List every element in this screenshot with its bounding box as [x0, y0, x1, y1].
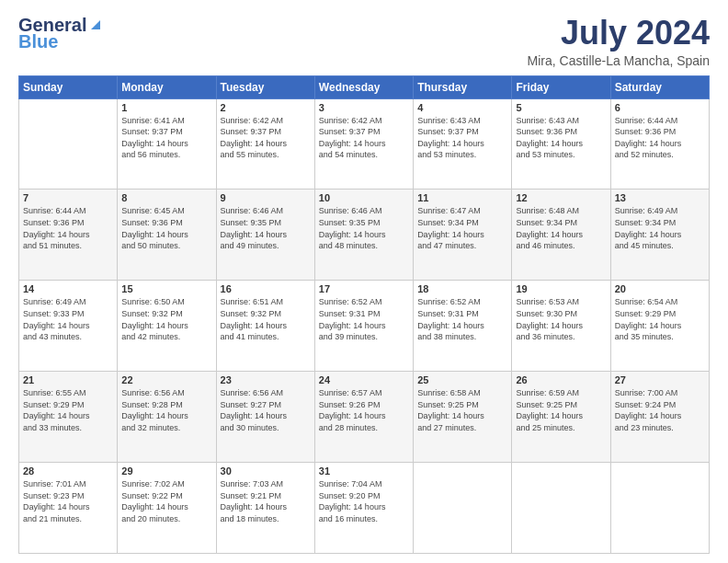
empty-cell [414, 463, 512, 554]
day-info: Sunrise: 6:56 AM Sunset: 9:27 PM Dayligh… [221, 387, 311, 433]
day-info: Sunrise: 6:49 AM Sunset: 9:33 PM Dayligh… [23, 296, 113, 342]
day-info: Sunrise: 7:04 AM Sunset: 9:20 PM Dayligh… [319, 478, 409, 524]
day-number: 10 [319, 192, 409, 203]
calendar-day-cell: 30Sunrise: 7:03 AM Sunset: 9:21 PM Dayli… [216, 463, 314, 554]
calendar-day-cell: 24Sunrise: 6:57 AM Sunset: 9:26 PM Dayli… [314, 372, 413, 463]
calendar-day-cell: 5Sunrise: 6:43 AM Sunset: 9:36 PM Daylig… [512, 98, 610, 190]
day-number: 7 [23, 192, 113, 203]
calendar-header-row: SundayMondayTuesdayWednesdayThursdayFrid… [19, 75, 710, 98]
calendar-day-cell: 22Sunrise: 6:56 AM Sunset: 9:28 PM Dayli… [118, 372, 216, 463]
day-number: 16 [221, 283, 311, 294]
day-info: Sunrise: 6:51 AM Sunset: 9:32 PM Dayligh… [221, 296, 311, 342]
day-info: Sunrise: 6:58 AM Sunset: 9:25 PM Dayligh… [417, 387, 507, 433]
calendar-week-row: 14Sunrise: 6:49 AM Sunset: 9:33 PM Dayli… [19, 281, 710, 372]
day-info: Sunrise: 6:53 AM Sunset: 9:30 PM Dayligh… [516, 296, 606, 342]
calendar-day-cell: 6Sunrise: 6:44 AM Sunset: 9:36 PM Daylig… [610, 98, 709, 190]
day-number: 14 [23, 283, 113, 294]
day-number: 8 [121, 192, 211, 203]
day-info: Sunrise: 6:46 AM Sunset: 9:35 PM Dayligh… [221, 205, 311, 251]
calendar-day-cell: 23Sunrise: 6:56 AM Sunset: 9:27 PM Dayli… [216, 372, 314, 463]
calendar-day-cell: 27Sunrise: 7:00 AM Sunset: 9:24 PM Dayli… [610, 372, 709, 463]
main-title: July 2024 [528, 15, 710, 52]
day-number: 19 [516, 283, 606, 294]
day-number: 9 [221, 192, 311, 203]
calendar-day-cell: 13Sunrise: 6:49 AM Sunset: 9:34 PM Dayli… [610, 190, 709, 281]
calendar-day-cell: 10Sunrise: 6:46 AM Sunset: 9:35 PM Dayli… [314, 190, 413, 281]
calendar-week-row: 21Sunrise: 6:55 AM Sunset: 9:29 PM Dayli… [19, 372, 710, 463]
calendar-week-row: 1Sunrise: 6:41 AM Sunset: 9:37 PM Daylig… [19, 98, 710, 190]
calendar-day-cell: 11Sunrise: 6:47 AM Sunset: 9:34 PM Dayli… [414, 190, 512, 281]
day-number: 20 [615, 283, 705, 294]
day-info: Sunrise: 6:57 AM Sunset: 9:26 PM Dayligh… [319, 387, 409, 433]
calendar-day-cell: 4Sunrise: 6:43 AM Sunset: 9:37 PM Daylig… [414, 98, 512, 190]
calendar-table: SundayMondayTuesdayWednesdayThursdayFrid… [18, 75, 710, 554]
calendar-day-cell: 20Sunrise: 6:54 AM Sunset: 9:29 PM Dayli… [610, 281, 709, 372]
calendar-day-cell: 29Sunrise: 7:02 AM Sunset: 9:22 PM Dayli… [118, 463, 216, 554]
day-info: Sunrise: 7:02 AM Sunset: 9:22 PM Dayligh… [121, 478, 211, 524]
calendar-day-cell: 3Sunrise: 6:42 AM Sunset: 9:37 PM Daylig… [314, 98, 413, 190]
day-number: 22 [121, 374, 211, 385]
calendar-day-cell: 26Sunrise: 6:59 AM Sunset: 9:25 PM Dayli… [512, 372, 610, 463]
day-number: 23 [221, 374, 311, 385]
day-info: Sunrise: 6:44 AM Sunset: 9:36 PM Dayligh… [615, 115, 705, 161]
day-of-week-header: Monday [118, 75, 216, 98]
calendar-day-cell: 25Sunrise: 6:58 AM Sunset: 9:25 PM Dayli… [414, 372, 512, 463]
day-info: Sunrise: 6:49 AM Sunset: 9:34 PM Dayligh… [615, 205, 705, 251]
calendar-day-cell: 28Sunrise: 7:01 AM Sunset: 9:23 PM Dayli… [19, 463, 118, 554]
day-info: Sunrise: 6:48 AM Sunset: 9:34 PM Dayligh… [516, 205, 606, 251]
day-of-week-header: Wednesday [314, 75, 413, 98]
day-number: 17 [319, 283, 409, 294]
day-of-week-header: Saturday [610, 75, 709, 98]
day-of-week-header: Thursday [414, 75, 512, 98]
calendar-day-cell: 2Sunrise: 6:42 AM Sunset: 9:37 PM Daylig… [216, 98, 314, 190]
day-info: Sunrise: 6:43 AM Sunset: 9:37 PM Dayligh… [417, 115, 507, 161]
calendar-day-cell: 19Sunrise: 6:53 AM Sunset: 9:30 PM Dayli… [512, 281, 610, 372]
calendar-day-cell: 16Sunrise: 6:51 AM Sunset: 9:32 PM Dayli… [216, 281, 314, 372]
calendar-day-cell: 21Sunrise: 6:55 AM Sunset: 9:29 PM Dayli… [19, 372, 118, 463]
page: General Blue July 2024 Mira, Castille-La… [0, 0, 728, 563]
subtitle: Mira, Castille-La Mancha, Spain [528, 53, 710, 68]
day-number: 26 [516, 374, 606, 385]
day-number: 18 [417, 283, 507, 294]
day-info: Sunrise: 6:52 AM Sunset: 9:31 PM Dayligh… [417, 296, 507, 342]
day-number: 13 [615, 192, 705, 203]
day-number: 15 [121, 283, 211, 294]
day-info: Sunrise: 6:46 AM Sunset: 9:35 PM Dayligh… [319, 205, 409, 251]
day-number: 29 [121, 465, 211, 477]
calendar-day-cell: 9Sunrise: 6:46 AM Sunset: 9:35 PM Daylig… [216, 190, 314, 281]
day-info: Sunrise: 6:52 AM Sunset: 9:31 PM Dayligh… [319, 296, 409, 342]
day-number: 3 [319, 102, 409, 113]
day-info: Sunrise: 6:43 AM Sunset: 9:36 PM Dayligh… [516, 115, 606, 161]
calendar-day-cell: 31Sunrise: 7:04 AM Sunset: 9:20 PM Dayli… [314, 463, 413, 554]
day-number: 28 [23, 465, 113, 477]
day-info: Sunrise: 6:56 AM Sunset: 9:28 PM Dayligh… [121, 387, 211, 433]
logo: General Blue [18, 15, 104, 52]
day-number: 25 [417, 374, 507, 385]
calendar-week-row: 28Sunrise: 7:01 AM Sunset: 9:23 PM Dayli… [19, 463, 710, 554]
day-number: 31 [319, 465, 409, 477]
day-info: Sunrise: 6:44 AM Sunset: 9:36 PM Dayligh… [23, 205, 113, 251]
day-info: Sunrise: 6:50 AM Sunset: 9:32 PM Dayligh… [121, 296, 211, 342]
calendar-day-cell: 17Sunrise: 6:52 AM Sunset: 9:31 PM Dayli… [314, 281, 413, 372]
header: General Blue July 2024 Mira, Castille-La… [18, 15, 710, 68]
day-number: 11 [417, 192, 507, 203]
day-number: 30 [221, 465, 311, 477]
day-number: 2 [221, 102, 311, 113]
calendar-day-cell: 14Sunrise: 6:49 AM Sunset: 9:33 PM Dayli… [19, 281, 118, 372]
day-info: Sunrise: 7:00 AM Sunset: 9:24 PM Dayligh… [615, 387, 705, 433]
calendar-day-cell: 18Sunrise: 6:52 AM Sunset: 9:31 PM Dayli… [414, 281, 512, 372]
calendar-day-cell: 7Sunrise: 6:44 AM Sunset: 9:36 PM Daylig… [19, 190, 118, 281]
day-of-week-header: Tuesday [216, 75, 314, 98]
day-number: 6 [615, 102, 705, 113]
title-block: July 2024 Mira, Castille-La Mancha, Spai… [528, 15, 710, 68]
day-number: 1 [121, 102, 211, 113]
day-info: Sunrise: 6:47 AM Sunset: 9:34 PM Dayligh… [417, 205, 507, 251]
day-info: Sunrise: 6:41 AM Sunset: 9:37 PM Dayligh… [121, 115, 211, 161]
day-of-week-header: Sunday [19, 75, 118, 98]
day-info: Sunrise: 6:55 AM Sunset: 9:29 PM Dayligh… [23, 387, 113, 433]
empty-cell [512, 463, 610, 554]
day-number: 5 [516, 102, 606, 113]
day-info: Sunrise: 6:59 AM Sunset: 9:25 PM Dayligh… [516, 387, 606, 433]
empty-cell [610, 463, 709, 554]
day-number: 4 [417, 102, 507, 113]
